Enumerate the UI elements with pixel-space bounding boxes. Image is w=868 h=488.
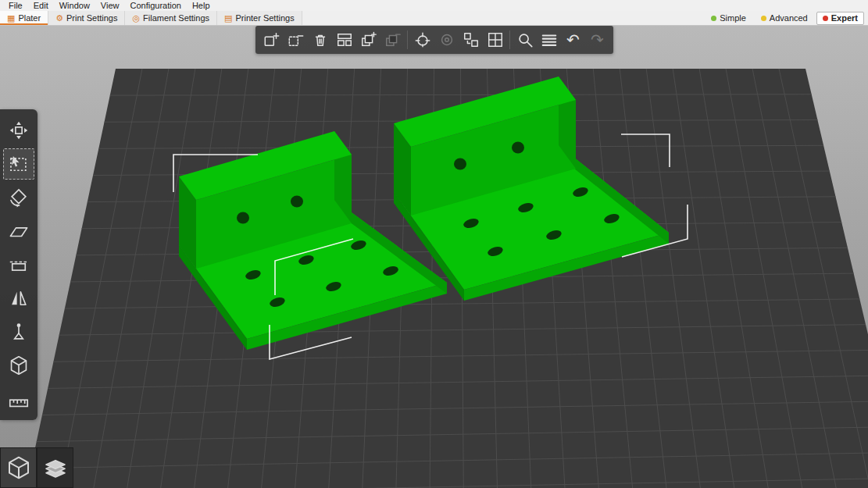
menu-view[interactable]: View	[95, 0, 125, 11]
printer-settings-icon: ▤	[224, 14, 232, 23]
tab-label: Plater	[18, 13, 41, 23]
toolbar-divider	[407, 30, 408, 49]
view-cube-icon	[9, 355, 29, 376]
split-to-parts-button[interactable]	[483, 27, 507, 52]
menu-window[interactable]: Window	[54, 0, 95, 11]
select-icon	[9, 154, 29, 174]
3d-view-button[interactable]	[0, 447, 37, 488]
plater-icon: ▦	[7, 14, 15, 23]
mode-switcher: Simple Advanced Expert	[705, 11, 868, 25]
remove-instance-button[interactable]	[380, 27, 405, 52]
menu-bar: File Edit Window View Configuration Help	[0, 0, 868, 11]
gizmo-toolbar	[0, 109, 38, 420]
rotate-icon	[9, 187, 29, 208]
add-button[interactable]	[259, 27, 284, 52]
simple-dot-icon	[711, 16, 716, 21]
move-tool[interactable]	[3, 115, 34, 146]
arrange-button[interactable]	[332, 27, 356, 52]
move-icon	[9, 120, 29, 141]
undo-button[interactable]: ↶	[561, 27, 585, 52]
add-icon	[263, 31, 280, 48]
menu-edit[interactable]: Edit	[28, 0, 54, 11]
mode-label: Simple	[720, 13, 746, 23]
cut-icon	[9, 255, 29, 275]
menu-configuration[interactable]: Configuration	[124, 0, 186, 11]
layers-preview-button[interactable]	[37, 447, 73, 488]
place-on-bed-icon	[414, 31, 431, 48]
menu-help[interactable]: Help	[187, 0, 216, 11]
zoom-button[interactable]	[513, 27, 537, 52]
filament-settings-icon: ◎	[132, 14, 140, 23]
layers-icon	[541, 31, 558, 48]
mode-advanced-button[interactable]: Advanced	[755, 12, 814, 25]
tab-label: Print Settings	[66, 13, 117, 23]
layers-button[interactable]	[537, 27, 561, 52]
place-on-face-tool[interactable]	[3, 216, 34, 247]
rotate-tool[interactable]	[3, 182, 34, 213]
delete-all-icon	[312, 31, 329, 48]
add-instance-button[interactable]	[356, 27, 380, 52]
cut-tool[interactable]	[3, 249, 34, 280]
tab-label: Printer Settings	[235, 13, 294, 23]
tab-printer-settings[interactable]: ▤ Printer Settings	[217, 11, 302, 25]
add-instance-icon	[360, 31, 377, 48]
3d-view-icon	[6, 455, 31, 480]
layers-preview-icon	[43, 455, 68, 480]
place-on-face-icon	[9, 221, 29, 241]
align-button[interactable]	[434, 27, 459, 52]
tab-plater[interactable]: ▦ Plater	[0, 11, 48, 25]
object-toolbar: ↶ ↷	[255, 26, 613, 54]
zoom-icon	[516, 31, 534, 48]
viewport-3d[interactable]	[0, 0, 868, 488]
mode-expert-button[interactable]: Expert	[816, 12, 864, 25]
supports-icon	[9, 322, 29, 342]
tab-bar: ▦ Plater ⚙ Print Settings ◎ Filament Set…	[0, 11, 868, 26]
split-to-objects-button[interactable]	[459, 27, 483, 52]
select-tool[interactable]	[3, 148, 34, 180]
ruler-tool[interactable]	[3, 383, 34, 415]
align-icon	[438, 31, 455, 48]
mode-label: Advanced	[770, 13, 808, 23]
menu-file[interactable]: File	[3, 0, 28, 11]
mirror-tool[interactable]	[3, 283, 34, 314]
expert-dot-icon	[823, 16, 828, 21]
delete-icon	[288, 31, 305, 48]
toolbar-divider	[509, 30, 510, 49]
undo-icon: ↶	[566, 32, 580, 48]
mode-label: Expert	[831, 13, 858, 23]
arrange-icon	[336, 31, 353, 48]
supports-tool[interactable]	[3, 316, 34, 347]
redo-button[interactable]: ↷	[585, 27, 609, 52]
view-cube-tool[interactable]	[3, 350, 34, 381]
place-on-bed-button[interactable]	[410, 27, 434, 52]
split-to-objects-icon	[463, 31, 480, 48]
ruler-icon	[9, 389, 29, 409]
mirror-icon	[9, 288, 29, 308]
view-mode-toolbar	[0, 447, 73, 488]
print-settings-icon: ⚙	[55, 14, 63, 23]
mode-simple-button[interactable]: Simple	[705, 12, 752, 25]
remove-instance-icon	[384, 31, 402, 48]
tab-filament-settings[interactable]: ◎ Filament Settings	[125, 11, 217, 25]
split-to-parts-icon	[487, 31, 504, 48]
delete-button[interactable]	[284, 27, 308, 52]
tab-label: Filament Settings	[143, 13, 209, 23]
delete-all-button[interactable]	[308, 27, 332, 52]
redo-icon: ↷	[591, 32, 604, 48]
advanced-dot-icon	[761, 16, 766, 21]
tab-print-settings[interactable]: ⚙ Print Settings	[48, 11, 125, 25]
